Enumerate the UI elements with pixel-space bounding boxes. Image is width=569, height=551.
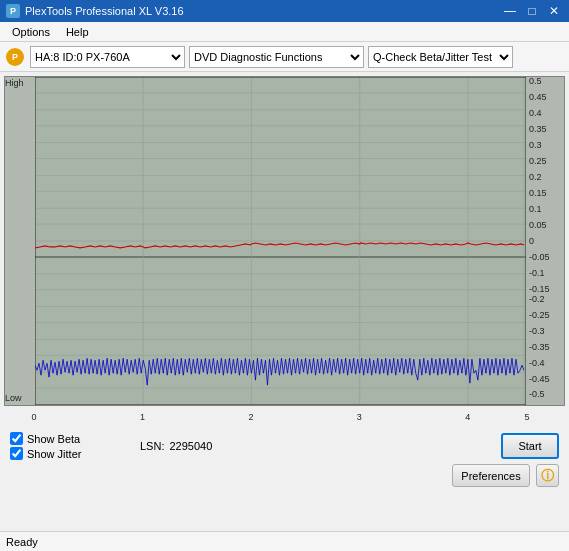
chart-container: High Low bbox=[4, 76, 565, 406]
y-right-0-05: 0.05 bbox=[529, 221, 547, 230]
y-right-0-15: 0.15 bbox=[529, 189, 547, 198]
y-high-label: High bbox=[5, 79, 27, 88]
minimize-button[interactable]: — bbox=[501, 4, 519, 18]
y-right-neg-0-15: -0.15 bbox=[529, 285, 550, 294]
bottom-panel: Show Beta Show Jitter LSN: 2295040 Start bbox=[4, 426, 565, 462]
status-text: Ready bbox=[6, 536, 38, 548]
y-right-0-4: 0.4 bbox=[529, 109, 542, 118]
menu-options[interactable]: Options bbox=[4, 24, 58, 40]
right-controls: Start bbox=[501, 433, 559, 459]
y-right-neg-0-45: -0.45 bbox=[529, 375, 550, 384]
app-icon: P bbox=[6, 4, 20, 18]
y-right-0-35: 0.35 bbox=[529, 125, 547, 134]
x-label-0: 0 bbox=[31, 412, 36, 422]
show-beta-checkbox[interactable] bbox=[10, 432, 23, 445]
chart-inner bbox=[35, 77, 526, 405]
y-right-0-25: 0.25 bbox=[529, 157, 547, 166]
y-right-0-1: 0.1 bbox=[529, 205, 542, 214]
info-button[interactable]: ⓘ bbox=[536, 464, 559, 487]
lsn-value: 2295040 bbox=[169, 440, 212, 452]
toolbar: P HA:8 ID:0 PX-760A DVD Diagnostic Funct… bbox=[0, 42, 569, 72]
test-select[interactable]: Q-Check Beta/Jitter Test bbox=[368, 46, 513, 68]
function-select[interactable]: DVD Diagnostic Functions bbox=[189, 46, 364, 68]
x-label-4: 4 bbox=[465, 412, 470, 422]
close-button[interactable]: ✕ bbox=[545, 4, 563, 18]
x-label-5: 5 bbox=[524, 412, 529, 422]
y-right-neg-0-25: -0.25 bbox=[529, 311, 550, 320]
y-right-0-3: 0.3 bbox=[529, 141, 542, 150]
y-right-neg-0-05: -0.05 bbox=[529, 253, 550, 262]
y-right-neg-0-1: -0.1 bbox=[529, 269, 545, 278]
x-axis: 0 1 2 3 4 5 bbox=[34, 410, 527, 426]
y-axis-left: High Low bbox=[5, 77, 35, 405]
y-right-0-2: 0.2 bbox=[529, 173, 542, 182]
y-right-neg-0-5: -0.5 bbox=[529, 390, 545, 399]
show-beta-row: Show Beta bbox=[10, 432, 110, 445]
start-button[interactable]: Start bbox=[501, 433, 559, 459]
window-title: PlexTools Professional XL V3.16 bbox=[25, 5, 184, 17]
main-content: High Low bbox=[0, 72, 569, 495]
x-axis-row: 0 1 2 3 4 5 bbox=[4, 410, 565, 426]
y-right-neg-0-2: -0.2 bbox=[529, 295, 545, 304]
y-right-neg-0-35: -0.35 bbox=[529, 343, 550, 352]
maximize-button[interactable]: □ bbox=[523, 4, 541, 18]
menu-bar: Options Help bbox=[0, 22, 569, 42]
x-label-3: 3 bbox=[357, 412, 362, 422]
y-right-0: 0 bbox=[529, 237, 534, 246]
y-low-label: Low bbox=[5, 394, 25, 403]
menu-help[interactable]: Help bbox=[58, 24, 97, 40]
drive-icon-btn[interactable]: P bbox=[4, 46, 26, 68]
status-bar: Ready bbox=[0, 531, 569, 551]
y-axis-right: 0.5 0.45 0.4 0.35 0.3 0.25 0.2 0.15 0.1 … bbox=[526, 77, 564, 407]
y-right-0-45: 0.45 bbox=[529, 93, 547, 102]
bottom-row2: Preferences ⓘ bbox=[4, 462, 565, 491]
show-jitter-row: Show Jitter bbox=[10, 447, 110, 460]
chart-svg bbox=[35, 77, 526, 405]
show-jitter-checkbox[interactable] bbox=[10, 447, 23, 460]
checkboxes: Show Beta Show Jitter bbox=[10, 432, 110, 460]
y-right-neg-0-4: -0.4 bbox=[529, 359, 545, 368]
x-label-2: 2 bbox=[248, 412, 253, 422]
drive-select[interactable]: HA:8 ID:0 PX-760A bbox=[30, 46, 185, 68]
title-bar-left: P PlexTools Professional XL V3.16 bbox=[6, 4, 184, 18]
show-jitter-label[interactable]: Show Jitter bbox=[27, 448, 81, 460]
title-bar: P PlexTools Professional XL V3.16 — □ ✕ bbox=[0, 0, 569, 22]
title-bar-controls: — □ ✕ bbox=[501, 4, 563, 18]
show-beta-label[interactable]: Show Beta bbox=[27, 433, 80, 445]
plex-icon: P bbox=[6, 48, 24, 66]
lsn-label: LSN: bbox=[140, 440, 164, 452]
x-label-1: 1 bbox=[140, 412, 145, 422]
lsn-area: LSN: 2295040 bbox=[140, 440, 212, 452]
y-right-0-5: 0.5 bbox=[529, 77, 542, 86]
preferences-button[interactable]: Preferences bbox=[452, 464, 530, 487]
y-right-neg-0-3: -0.3 bbox=[529, 327, 545, 336]
